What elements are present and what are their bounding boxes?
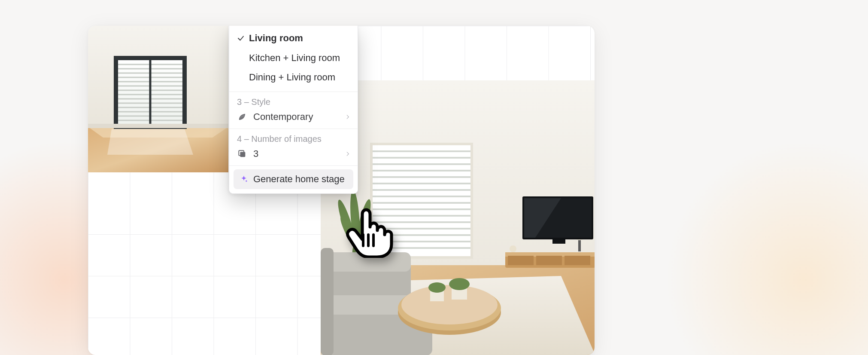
generate-row: Generate home stage [229,165,358,193]
room-option-label: Kitchen + Living room [249,52,340,64]
svg-point-58 [428,282,446,293]
svg-rect-65 [565,256,590,265]
before-image-cell[interactable] [88,26,228,172]
app-window: Living room Kitchen + Living room Dining… [88,26,595,355]
count-select-row[interactable]: 3 [237,147,351,162]
after-image [321,80,595,355]
chevron-right-icon [345,148,351,159]
style-select-row[interactable]: Contemporary [237,110,351,125]
svg-point-60 [449,278,470,290]
svg-rect-50 [321,252,411,272]
svg-rect-64 [536,256,562,265]
background-tint-right [653,129,868,355]
svg-rect-25 [372,145,471,257]
style-value: Contemporary [253,111,313,122]
svg-rect-67 [578,239,581,251]
chevron-right-icon [345,111,351,122]
svg-rect-20 [88,124,228,128]
count-section: 4 – Number of images 3 [229,129,358,165]
room-option-label: Living room [249,32,303,45]
check-icon [237,34,249,42]
generate-label: Generate home stage [253,174,345,185]
count-section-header: 4 – Number of images [237,134,351,147]
svg-rect-53 [321,248,334,355]
room-option-dining-living[interactable]: Dining + Living room [229,67,358,87]
room-option-kitchen-living[interactable]: Kitchen + Living room [229,48,358,68]
stack-icon [237,149,247,159]
generate-button[interactable]: Generate home stage [234,169,353,189]
style-section-header: 3 – Style [237,97,351,110]
leaf-icon [237,112,247,122]
options-popover: Living room Kitchen + Living room Dining… [229,26,358,194]
before-image [88,26,228,172]
style-section: 3 – Style Contemporary [229,92,358,129]
room-option-living-room[interactable]: Living room [229,28,358,48]
svg-point-56 [401,285,498,324]
svg-marker-21 [107,129,193,155]
svg-point-66 [510,245,516,252]
sparkle-icon [240,175,248,184]
room-option-label: Dining + Living room [249,71,335,84]
svg-rect-72 [552,239,565,244]
count-value: 3 [253,148,258,159]
svg-rect-63 [508,256,534,265]
svg-rect-73 [240,152,245,157]
after-image-cell[interactable] [321,80,595,355]
room-type-list: Living room Kitchen + Living room Dining… [229,26,358,92]
